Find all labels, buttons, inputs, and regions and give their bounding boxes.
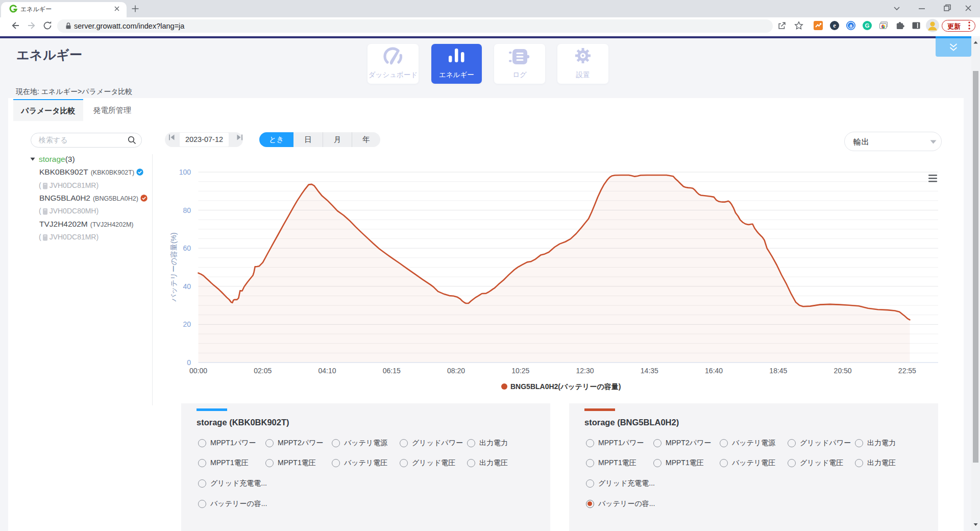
radio-option-バッテリ電圧[interactable]: バッテリ電圧 xyxy=(720,458,775,468)
radio-circle[interactable] xyxy=(653,439,662,447)
share-icon[interactable] xyxy=(777,21,787,30)
radio-circle[interactable] xyxy=(400,439,408,447)
radio-option-バッテリーの容[interactable]: バッテリーの容... xyxy=(586,499,655,509)
chart-menu-icon[interactable] xyxy=(928,178,937,179)
radio-option-バッテリーの容[interactable]: バッテリーの容... xyxy=(198,499,267,509)
radio-circle[interactable] xyxy=(198,479,206,488)
radio-option-グリッド充電電[interactable]: グリッド充電電... xyxy=(198,479,267,488)
profile-avatar[interactable] xyxy=(926,19,939,32)
radio-option-出力電力[interactable]: 出力電力 xyxy=(855,439,896,448)
bookmark-star-icon[interactable] xyxy=(794,21,803,30)
radio-circle[interactable] xyxy=(653,459,662,467)
scrollbar-thumb[interactable] xyxy=(973,71,978,463)
extension-e-icon[interactable]: e xyxy=(830,21,839,30)
radio-circle[interactable] xyxy=(265,439,274,447)
tab-title: エネルギー xyxy=(20,5,52,14)
reload-icon[interactable] xyxy=(43,21,52,30)
radio-circle[interactable] xyxy=(855,439,863,447)
radio-circle[interactable] xyxy=(265,459,274,467)
radio-option-バッテリ電源[interactable]: バッテリ電源 xyxy=(720,439,775,448)
window-restore-icon[interactable] xyxy=(940,3,955,13)
legend-label[interactable]: BNG5BLA0H2(バッテリーの容量) xyxy=(510,382,621,391)
radio-label: バッテリ電圧 xyxy=(732,458,775,468)
radio-option-MPPT1電圧[interactable]: MPPT1電圧 xyxy=(653,458,704,468)
radio-option-グリッド電圧[interactable]: グリッド電圧 xyxy=(400,458,455,468)
radio-circle[interactable] xyxy=(788,459,796,467)
nav-card-energy[interactable]: エネルギー xyxy=(431,44,482,84)
radio-option-MPPT1電圧[interactable]: MPPT1電圧 xyxy=(265,458,316,468)
browser-tab-strip: エネルギー xyxy=(0,0,980,17)
window-close-icon[interactable] xyxy=(961,3,976,13)
side-panel-icon[interactable] xyxy=(912,21,921,30)
radio-circle[interactable] xyxy=(198,500,206,508)
radio-option-出力電力[interactable]: 出力電力 xyxy=(467,439,508,448)
update-label[interactable]: 更新 xyxy=(947,22,961,31)
radio-option-グリッドパワー[interactable]: グリッドパワー xyxy=(788,439,851,448)
tab-search-chevron-icon[interactable] xyxy=(889,3,904,13)
growatt-favicon xyxy=(9,5,17,13)
radio-label: バッテリーの容... xyxy=(210,499,267,509)
url-text[interactable]: server.growatt.com/index?lang=ja xyxy=(74,22,184,30)
nav-card-log[interactable]: ログ xyxy=(494,44,545,84)
radio-circle[interactable] xyxy=(586,500,594,508)
radio-option-出力電圧[interactable]: 出力電圧 xyxy=(855,458,896,468)
radio-circle[interactable] xyxy=(720,459,728,467)
nav-card-label[interactable]: 設置 xyxy=(557,70,608,80)
radio-option-バッテリ電源[interactable]: バッテリ電源 xyxy=(332,439,387,448)
radio-option-グリッドパワー[interactable]: グリッドパワー xyxy=(400,439,463,448)
browser-tab[interactable] xyxy=(1,2,127,17)
radio-circle[interactable] xyxy=(586,439,594,447)
nav-card-label[interactable]: ログ xyxy=(494,70,545,80)
radio-circle[interactable] xyxy=(198,439,206,447)
nav-card-label[interactable]: エネルギー xyxy=(431,70,482,80)
radio-option-グリッド充電電[interactable]: グリッド充電電... xyxy=(586,479,655,488)
y-axis-title: バッテリーの容量(%) xyxy=(169,232,178,302)
radio-circle[interactable] xyxy=(198,459,206,467)
parameter-panel-0: storage (KBK0BK902T)MPPT1パワーMPPT2パワーバッテリ… xyxy=(181,403,550,531)
radio-circle[interactable] xyxy=(467,439,475,447)
radio-label: グリッドパワー xyxy=(800,439,851,448)
extension-photos-icon[interactable] xyxy=(879,21,888,30)
radio-option-MPPT1パワー[interactable]: MPPT1パワー xyxy=(198,439,256,448)
extensions-puzzle-icon[interactable] xyxy=(895,21,904,30)
radio-circle[interactable] xyxy=(586,459,594,467)
radio-circle[interactable] xyxy=(332,439,340,447)
radio-label: バッテリ電源 xyxy=(732,439,775,448)
chart-menu-icon[interactable] xyxy=(928,175,937,176)
nav-card-settings[interactable]: 設置 xyxy=(557,44,608,84)
extension-grammarly-icon[interactable]: G xyxy=(863,21,872,30)
radio-option-MPPT1電圧[interactable]: MPPT1電圧 xyxy=(586,458,636,468)
nav-card-label[interactable]: ダッシュボード xyxy=(368,70,419,80)
extension-analytics-icon[interactable] xyxy=(814,21,823,30)
radio-option-バッテリ電圧[interactable]: バッテリ電圧 xyxy=(332,458,387,468)
radio-label: MPPT2パワー xyxy=(278,439,323,448)
radio-option-出力電圧[interactable]: 出力電圧 xyxy=(467,458,508,468)
back-icon[interactable] xyxy=(11,21,20,30)
radio-option-MPPT2パワー[interactable]: MPPT2パワー xyxy=(653,439,711,448)
new-tab-icon[interactable] xyxy=(131,4,140,13)
radio-circle[interactable] xyxy=(400,459,408,467)
extension-a-icon[interactable]: a xyxy=(846,21,855,30)
radio-circle[interactable] xyxy=(586,479,594,488)
forward-icon[interactable] xyxy=(27,21,36,30)
radio-circle[interactable] xyxy=(720,439,728,447)
browser-menu-kebab-icon[interactable] xyxy=(968,21,970,30)
radio-option-MPPT2パワー[interactable]: MPPT2パワー xyxy=(265,439,323,448)
radio-option-MPPT1パワー[interactable]: MPPT1パワー xyxy=(586,439,644,448)
chart-menu-icon[interactable] xyxy=(928,181,937,182)
radio-label: グリッド電圧 xyxy=(412,458,455,468)
window-minimize-icon[interactable] xyxy=(914,3,929,13)
radio-circle[interactable] xyxy=(788,439,796,447)
legend-marker[interactable] xyxy=(501,383,507,390)
radio-label: MPPT1電圧 xyxy=(278,458,316,468)
tab-close-icon[interactable] xyxy=(112,4,121,13)
nav-card-dashboard[interactable]: ダッシュボード xyxy=(368,44,419,84)
radio-option-MPPT1電圧[interactable]: MPPT1電圧 xyxy=(198,458,249,468)
radio-circle[interactable] xyxy=(467,459,475,467)
radio-circle[interactable] xyxy=(855,459,863,467)
radio-circle[interactable] xyxy=(332,459,340,467)
collapse-header-button[interactable] xyxy=(936,36,971,57)
lock-icon[interactable] xyxy=(65,22,72,30)
radio-option-グリッド電圧[interactable]: グリッド電圧 xyxy=(788,458,843,468)
svg-text:G: G xyxy=(865,22,870,29)
